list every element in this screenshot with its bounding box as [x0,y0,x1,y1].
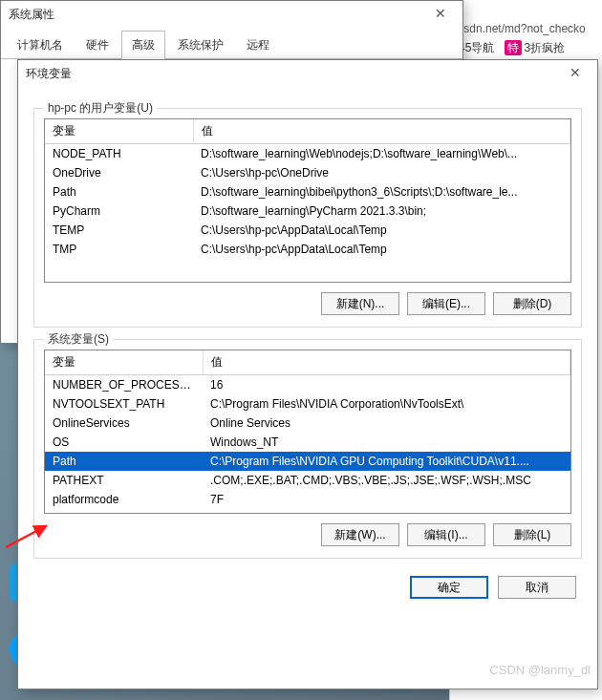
tab-remote[interactable]: 远程 [236,31,280,59]
col-value[interactable]: 值 [203,350,570,375]
col-variable[interactable]: 变量 [45,119,193,144]
table-row[interactable]: OSWindows_NT [45,433,570,452]
table-row[interactable]: PathC:\Program Files\NVIDIA GPU Computin… [45,452,570,471]
var-value: Windows_NT [203,433,570,452]
table-row[interactable]: TMPC:\Users\hp-pc\AppData\Local\Temp [45,240,570,259]
var-value: C:\Users\hp-pc\OneDrive [193,163,570,182]
window-title: 系统属性 [9,7,54,23]
var-value: D:\software_learning\PyCharm 2021.3.3\bi… [193,202,570,221]
var-name: Path [45,182,193,202]
new-user-var-button[interactable]: 新建(N)... [321,292,399,315]
table-row[interactable]: NVTOOLSEXT_PATHC:\Program Files\NVIDIA C… [45,394,570,414]
table-row[interactable]: NODE_PATHD:\software_learning\Web\nodejs… [45,144,570,164]
var-name: PATHEXT [45,471,203,490]
tab-bar: 计算机名 硬件 高级 系统保护 远程 [1,30,462,59]
cancel-button[interactable]: 取消 [498,576,576,599]
edit-user-var-button[interactable]: 编辑(E)... [407,292,485,315]
var-value: Online Services [203,414,570,433]
var-name: NODE_PATH [45,144,193,164]
table-row[interactable]: PathD:\software_learning\bibei\python3_6… [45,182,570,202]
table-row[interactable]: PATHEXT.COM;.EXE;.BAT;.CMD;.VBS;.VBE;.JS… [45,471,570,490]
bookmark-bar: 45导航 特3折疯抢 [459,40,572,56]
var-name: NUMBER_OF_PROCESSORS [45,375,203,395]
var-value: C:\Users\hp-pc\AppData\Local\Temp [193,221,570,240]
var-name: OS [45,433,203,452]
sys-vars-table: 变量 值 NUMBER_OF_PROCESSORS16NVTOOLSEXT_PA… [45,350,570,509]
bookmark-badge: 特 [505,40,522,55]
delete-user-var-button[interactable]: 删除(D) [493,292,571,315]
title-bar[interactable]: 系统属性 ✕ [1,1,462,28]
var-value: C:\Program Files\NVIDIA Corporation\NvTo… [203,394,570,414]
tab-advanced[interactable]: 高级 [121,31,165,59]
table-row[interactable]: OneDriveC:\Users\hp-pc\OneDrive [45,163,570,182]
var-value: D:\software_learning\bibei\python3_6\Scr… [193,182,570,202]
group-label: hp-pc 的用户变量(U) [44,100,157,117]
tab-computer-name[interactable]: 计算机名 [7,31,74,59]
watermark: CSDN @lanmy_dl [489,663,591,677]
new-sys-var-button[interactable]: 新建(W)... [321,523,399,546]
table-row[interactable]: TEMPC:\Users\hp-pc\AppData\Local\Temp [45,221,570,240]
table-row[interactable]: PyCharmD:\software_learning\PyCharm 2021… [45,202,570,221]
tab-hardware[interactable]: 硬件 [75,31,119,59]
var-name: NVTOOLSEXT_PATH [45,394,203,414]
var-value: D:\software_learning\Web\nodejs;D:\softw… [193,144,570,164]
var-value: C:\Users\hp-pc\AppData\Local\Temp [193,240,570,259]
edit-sys-var-button[interactable]: 编辑(I)... [407,523,485,546]
sys-vars-table-wrap[interactable]: 变量 值 NUMBER_OF_PROCESSORS16NVTOOLSEXT_PA… [44,350,571,514]
title-bar[interactable]: 环境变量 ✕ [18,60,597,87]
table-row[interactable]: platformcode7F [45,490,570,509]
table-row[interactable]: OnlineServicesOnline Services [45,414,570,433]
tab-system-protection[interactable]: 系统保护 [167,31,234,59]
col-value[interactable]: 值 [193,119,570,144]
delete-sys-var-button[interactable]: 删除(L) [493,523,571,546]
var-value: C:\Program Files\NVIDIA GPU Computing To… [203,452,570,471]
window-title: 环境变量 [26,66,72,82]
ok-button[interactable]: 确定 [410,576,488,599]
var-value: 16 [203,375,570,395]
col-variable[interactable]: 变量 [45,350,203,375]
var-value: .COM;.EXE;.BAT;.CMD;.VBS;.VBE;.JS;.JSE;.… [203,471,570,490]
bookmark-nav[interactable]: 45导航 [459,41,494,54]
var-name: OneDrive [45,163,193,182]
var-name: PyCharm [45,202,193,221]
var-name: TMP [45,240,193,259]
sys-vars-group: 系统变量(S) 变量 值 NUMBER_OF_PROCESSORS16NVTOO… [33,339,582,559]
var-name: TEMP [45,221,193,240]
user-vars-table: 变量 值 NODE_PATHD:\software_learning\Web\n… [45,119,570,259]
var-name: OnlineServices [45,414,203,433]
group-label: 系统变量(S) [44,331,113,348]
bookmark-sale[interactable]: 3折疯抢 [524,41,565,54]
close-icon[interactable]: ✕ [561,64,590,83]
table-row[interactable]: NUMBER_OF_PROCESSORS16 [45,375,570,395]
var-name: Path [45,452,203,471]
var-name: platformcode [45,490,203,509]
env-vars-window: 环境变量 ✕ hp-pc 的用户变量(U) 变量 值 NODE_PATHD:\s… [17,59,598,689]
var-value: 7F [203,490,570,509]
user-vars-group: hp-pc 的用户变量(U) 变量 值 NODE_PATHD:\software… [33,108,582,328]
close-icon[interactable]: ✕ [426,5,455,24]
user-vars-table-wrap[interactable]: 变量 值 NODE_PATHD:\software_learning\Web\n… [44,118,571,283]
url-fragment[interactable]: .csdn.net/md?not_checko [449,19,602,38]
